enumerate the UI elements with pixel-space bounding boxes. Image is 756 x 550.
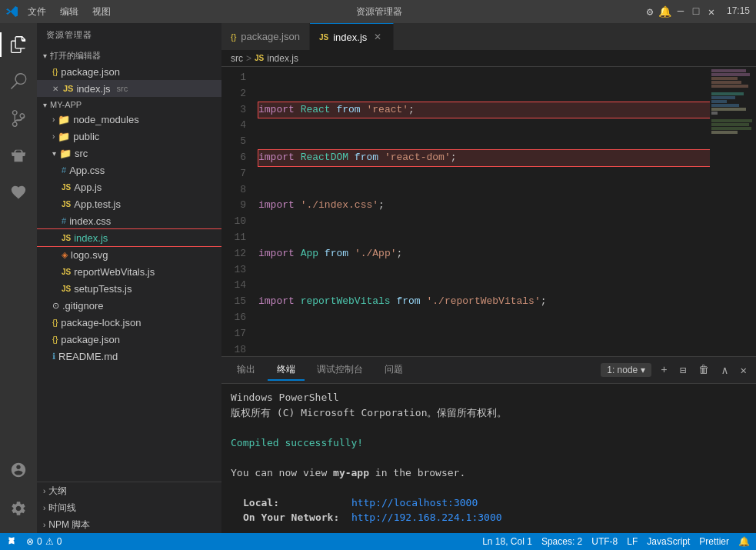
term-dropdown-chevron: ▾ <box>641 365 645 375</box>
file-logo-svg[interactable]: ◈ logo.svg <box>37 246 221 263</box>
activity-item-search[interactable] <box>0 63 37 100</box>
notifications-icon[interactable]: 🔔 <box>659 5 671 18</box>
term-split-btn[interactable]: ⊟ <box>677 362 689 378</box>
setup-tests-icon: JS <box>62 285 71 293</box>
title-bar-menu-edit[interactable]: 编辑 <box>55 5 83 18</box>
term-delete-btn[interactable]: 🗑 <box>695 362 712 378</box>
app-css-icon: # <box>62 165 66 175</box>
myapp-label: MY-APP <box>50 100 82 109</box>
timeline-section[interactable]: › 时间线 <box>37 499 221 516</box>
close-x-icon[interactable]: ✕ <box>52 85 58 93</box>
npm-chevron: › <box>43 521 45 529</box>
breadcrumb-src: src <box>231 53 243 64</box>
activity-bar-bottom <box>0 452 37 527</box>
public-icon: 📁 <box>58 131 70 142</box>
logo-svg-label: logo.svg <box>71 249 108 261</box>
status-prettier[interactable]: Prettier <box>699 536 729 547</box>
activity-item-extensions[interactable] <box>0 174 37 211</box>
title-bar-menu-view[interactable]: 视图 <box>88 5 115 18</box>
title-bar-menu-file[interactable]: 文件 <box>23 5 51 18</box>
src-label: src <box>75 148 88 159</box>
activity-item-explorer[interactable] <box>0 26 37 63</box>
breadcrumb-file: index.js <box>267 53 298 64</box>
code-editor[interactable]: 12345 678910 1112131415 161718 import Re… <box>221 67 710 356</box>
error-count: 0 <box>37 536 42 547</box>
file-index-js-sidebar[interactable]: JS index.js <box>37 229 221 246</box>
close-button[interactable]: ✕ <box>705 5 718 18</box>
term-line-view: You can now view my-app in the browser. <box>231 465 747 481</box>
setup-tests-label: setupTests.js <box>74 283 132 295</box>
open-file-index-js[interactable]: ✕ JS index.js src <box>37 80 221 97</box>
status-ln-col[interactable]: Ln 18, Col 1 <box>482 536 532 547</box>
status-encoding[interactable]: UTF-8 <box>591 536 618 547</box>
file-gitignore[interactable]: ⊙ .gitignore <box>37 297 221 314</box>
package-json-icon: {} <box>52 67 58 76</box>
folder-src[interactable]: ▾ 📁 src <box>37 145 221 162</box>
file-index-css[interactable]: # index.css <box>37 212 221 229</box>
tab-index-js-icon: JS <box>319 33 328 42</box>
term-add-btn[interactable]: + <box>658 362 670 378</box>
status-notification[interactable]: 🔔 <box>738 536 750 547</box>
gitignore-label: .gitignore <box>62 300 103 312</box>
eol-text: LF <box>627 536 638 547</box>
term-tab-output[interactable]: 输出 <box>228 360 265 381</box>
maximize-button[interactable]: □ <box>690 5 702 18</box>
gitignore-icon: ⊙ <box>52 301 59 311</box>
vscode-logo-icon <box>6 5 18 18</box>
code-line-5: import reportWebVitals from './reportWeb… <box>258 294 710 310</box>
terminal-tabs: 输出 终端 调试控制台 问题 1: node ▾ + ⊟ 🗑 ∧ ✕ <box>221 357 756 384</box>
file-readme-md[interactable]: ℹ README.md <box>37 348 221 365</box>
status-spaces[interactable]: Spaces: 2 <box>541 536 582 547</box>
npm-section[interactable]: › NPM 脚本 <box>37 516 221 533</box>
activity-item-debug[interactable] <box>0 137 37 174</box>
activity-bar <box>0 23 37 533</box>
tab-package-json[interactable]: {} package.json <box>221 23 310 50</box>
code-line-1: import React from 'react'; <box>258 102 710 118</box>
open-file-package-json[interactable]: {} package.json <box>37 63 221 80</box>
file-app-css[interactable]: # App.css <box>37 162 221 178</box>
activity-item-account[interactable] <box>0 452 37 488</box>
status-eol[interactable]: LF <box>627 536 638 547</box>
myapp-root[interactable]: ▾ MY-APP <box>37 97 221 111</box>
term-dropdown-label: 1: node <box>607 365 638 375</box>
activity-item-settings[interactable] <box>0 490 37 527</box>
term-line-empty1 <box>231 420 747 435</box>
breadcrumb: src > JS index.js <box>221 50 756 67</box>
status-language[interactable]: JavaScript <box>647 536 690 547</box>
open-index-js-path: src <box>117 84 128 93</box>
file-package-lock-json[interactable]: {} package-lock.json <box>37 314 221 331</box>
term-tab-problems[interactable]: 问题 <box>375 360 412 381</box>
title-bar-right: ⚙ 🔔 ─ □ ✕ 17:15 <box>644 5 750 18</box>
outline-chevron: › <box>43 487 45 495</box>
settings-icon[interactable]: ⚙ <box>644 5 656 18</box>
tab-index-js[interactable]: JS index.js ✕ <box>310 23 394 50</box>
file-report-web-vitals[interactable]: JS reportWebVitals.js <box>37 263 221 280</box>
index-js-open-icon: JS <box>63 84 73 93</box>
status-remote[interactable] <box>6 536 17 547</box>
breadcrumb-js-icon: JS <box>255 54 264 62</box>
term-tab-debug[interactable]: 调试控制台 <box>308 360 372 381</box>
term-expand-btn[interactable]: ∧ <box>718 362 731 378</box>
activity-item-source-control[interactable] <box>0 100 37 137</box>
myapp-chevron: ▾ <box>43 101 47 109</box>
file-package-json-tree[interactable]: {} package.json <box>37 331 221 348</box>
status-errors[interactable]: ⊗ 0 ⚠ 0 <box>26 536 62 547</box>
tab-close-button[interactable]: ✕ <box>371 31 384 43</box>
file-app-js[interactable]: JS App.js <box>37 178 221 195</box>
code-line-2: import ReactDOM from 'react-dom'; <box>258 150 710 166</box>
open-editors-section[interactable]: ▾ 打开的编辑器 <box>37 47 221 63</box>
terminal-node-dropdown[interactable]: 1: node ▾ <box>601 363 651 377</box>
term-line-compiled: Compiled successfully! <box>231 435 747 451</box>
outline-section[interactable]: › 大纲 <box>37 482 221 499</box>
folder-node-modules[interactable]: › 📁 node_modules <box>37 111 221 128</box>
folder-public[interactable]: › 📁 public <box>37 128 221 145</box>
term-line-network: On Your Network: http://192.168.224.1:30… <box>231 510 747 525</box>
file-setup-tests[interactable]: JS setupTests.js <box>37 280 221 297</box>
term-close-btn[interactable]: ✕ <box>738 362 750 378</box>
tab-package-json-label: package.json <box>241 31 300 42</box>
term-line-empty2 <box>231 450 747 465</box>
term-line-empty4 <box>231 525 747 534</box>
minimize-button[interactable]: ─ <box>674 5 687 18</box>
term-tab-terminal[interactable]: 终端 <box>268 360 305 381</box>
file-app-test-js[interactable]: JS App.test.js <box>37 195 221 212</box>
